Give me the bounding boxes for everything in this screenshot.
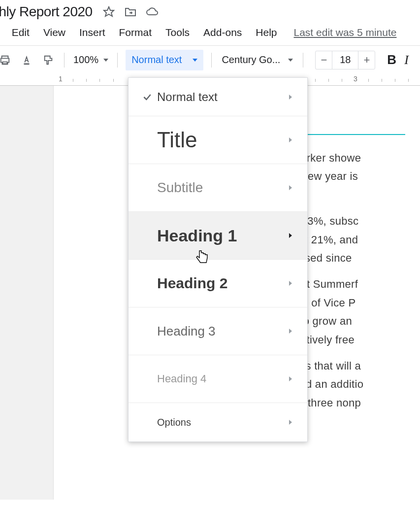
ruler-tick xyxy=(113,79,114,82)
style-option-heading-1[interactable]: Heading 1 xyxy=(129,212,307,260)
chevron-right-icon xyxy=(286,137,295,142)
zoom-dropdown[interactable]: 100% xyxy=(69,54,112,66)
style-option-options[interactable]: Options xyxy=(129,403,307,441)
chevron-right-icon xyxy=(286,376,295,381)
italic-button[interactable]: I xyxy=(401,53,412,68)
style-option-heading-2[interactable]: Heading 2 xyxy=(129,260,307,307)
chevron-right-icon xyxy=(286,95,295,100)
cloud-icon[interactable] xyxy=(145,4,160,19)
text-color-icon[interactable] xyxy=(18,51,35,69)
font-family-dropdown[interactable]: Century Go... xyxy=(217,54,298,66)
chevron-down-icon xyxy=(193,59,197,62)
style-label: Heading 1 xyxy=(157,226,286,245)
ruler-tick xyxy=(328,79,329,82)
style-label: Subtitle xyxy=(157,180,286,196)
style-label: Heading 3 xyxy=(157,324,286,339)
ruler-tick xyxy=(99,79,100,82)
chevron-down-icon xyxy=(288,59,293,62)
ruler-number: 3 xyxy=(354,75,357,83)
paragraph-style-label: Normal text xyxy=(131,54,182,66)
document-title[interactable]: onthly Report 2020 xyxy=(0,4,101,20)
titlebar: onthly Report 2020 xyxy=(0,0,420,22)
ruler-tick xyxy=(315,79,316,82)
zoom-value: 100% xyxy=(73,54,98,66)
toolbar-separator xyxy=(211,53,212,68)
toolbar-separator xyxy=(303,53,303,68)
star-icon[interactable] xyxy=(101,4,116,19)
menu-format[interactable]: Format xyxy=(112,25,159,40)
paragraph-styles-menu: Normal text Title Subtitle Heading 1 Hea… xyxy=(128,77,308,442)
toolbar-separator xyxy=(64,53,65,68)
style-option-title[interactable]: Title xyxy=(129,116,307,164)
ruler-tick xyxy=(86,79,87,82)
menu-edit[interactable]: Edit xyxy=(5,25,36,40)
menu-help[interactable]: Help xyxy=(249,25,284,40)
toolbar-separator xyxy=(117,53,118,68)
menubar: e Edit View Insert Format Tools Add-ons … xyxy=(0,22,420,45)
font-size-increase-button[interactable]: + xyxy=(358,51,375,69)
ruler-tick xyxy=(408,79,409,82)
chevron-down-icon xyxy=(103,59,108,62)
ruler-tick xyxy=(382,79,382,82)
menu-file[interactable]: e xyxy=(0,25,5,40)
style-option-heading-3[interactable]: Heading 3 xyxy=(129,307,307,355)
ruler-tick xyxy=(342,79,342,82)
svg-marker-0 xyxy=(104,7,114,16)
menu-view[interactable]: View xyxy=(36,25,72,40)
font-size-control: − 18 + xyxy=(315,51,375,69)
style-option-subtitle[interactable]: Subtitle xyxy=(129,164,307,212)
font-size-decrease-button[interactable]: − xyxy=(316,51,332,69)
ruler-tick xyxy=(73,79,73,82)
style-label: Normal text xyxy=(157,90,286,104)
font-size-value[interactable]: 18 xyxy=(332,54,358,66)
paint-format-icon[interactable] xyxy=(39,51,57,69)
style-label: Options xyxy=(157,417,286,428)
menu-tools[interactable]: Tools xyxy=(159,25,196,40)
style-label: Heading 4 xyxy=(157,372,286,385)
ruler-number: 1 xyxy=(59,75,63,83)
font-family-label: Century Go... xyxy=(222,54,280,66)
style-label: Heading 2 xyxy=(157,275,286,292)
last-edit-link[interactable]: Last edit was 5 minute xyxy=(294,27,397,38)
chevron-right-icon xyxy=(286,233,295,238)
menu-addons[interactable]: Add-ons xyxy=(196,25,249,40)
paragraph-style-dropdown[interactable]: Normal text xyxy=(126,50,203,70)
move-folder-icon[interactable] xyxy=(123,4,138,19)
chevron-right-icon xyxy=(286,420,295,425)
style-option-heading-4[interactable]: Heading 4 xyxy=(129,355,307,403)
chevron-right-icon xyxy=(286,185,295,190)
style-label: Title xyxy=(157,128,286,152)
checkmark-icon xyxy=(137,92,157,102)
bold-button[interactable]: B xyxy=(382,52,401,68)
menu-insert[interactable]: Insert xyxy=(72,25,112,40)
print-icon[interactable] xyxy=(0,51,14,69)
ruler-tick xyxy=(368,79,369,82)
style-option-normal[interactable]: Normal text xyxy=(129,78,307,116)
toolbar: 100% Normal text Century Go... − 18 + B … xyxy=(0,45,420,74)
svg-rect-1 xyxy=(24,63,30,65)
ruler-tick xyxy=(395,79,395,82)
chevron-right-icon xyxy=(286,281,295,286)
chevron-right-icon xyxy=(286,329,295,334)
